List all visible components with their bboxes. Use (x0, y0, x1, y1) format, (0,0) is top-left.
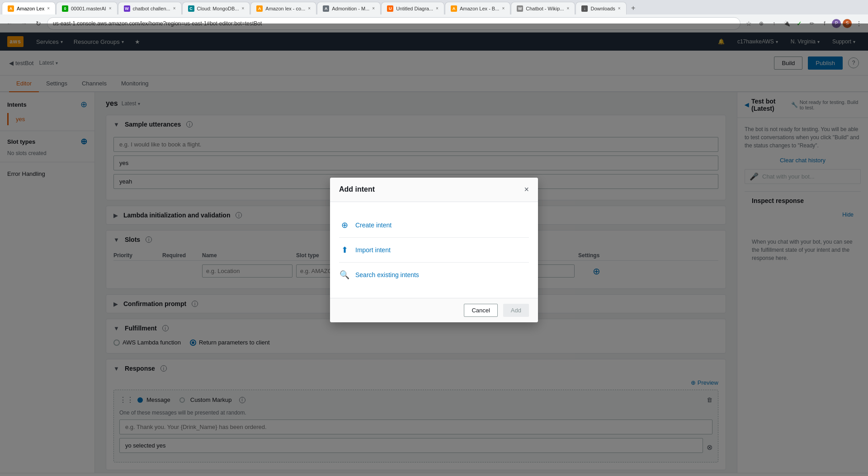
tab-label-6: Admonition - M... (332, 6, 369, 11)
browser-tab-5[interactable]: A Amazon lex - co... × (250, 2, 316, 14)
browser-tab-9[interactable]: W Chatbot - Wikip... × (511, 2, 575, 14)
tab-label-10: Downloads (590, 6, 615, 11)
browser-tab-2[interactable]: 0 00001.masterAI × (56, 2, 118, 14)
add-button[interactable]: Add (503, 304, 529, 317)
create-intent-icon: ⊕ (339, 220, 350, 230)
tab-label-5: Amazon lex - co... (265, 6, 305, 11)
tab-close-6[interactable]: × (372, 6, 375, 11)
new-tab-button[interactable]: + (627, 2, 640, 14)
tab-close-8[interactable]: × (502, 6, 505, 11)
tab-close-5[interactable]: × (308, 6, 311, 11)
tab-favicon-4: C (188, 5, 194, 12)
modal-option-import[interactable]: ⬆ Import intent (339, 238, 529, 263)
tab-favicon-2: 0 (62, 5, 68, 12)
browser-tab-1[interactable]: A Amazon Lex × (2, 2, 56, 14)
tab-close-7[interactable]: × (436, 6, 439, 11)
modal-close-button[interactable]: × (524, 185, 529, 194)
tab-favicon-5: A (256, 5, 263, 12)
tab-favicon-8: A (451, 5, 457, 12)
tab-label-4: Cloud: MongoDB... (197, 6, 239, 11)
modal-dialog: Add intent × ⊕ Create intent ⬆ Import in… (330, 178, 538, 322)
modal-option-search[interactable]: 🔍 Search existing intents (339, 263, 529, 287)
tab-close-9[interactable]: × (567, 6, 570, 11)
browser-tab-6[interactable]: A Admonition - M... × (317, 2, 381, 14)
browser-tab-3[interactable]: W chatbot challen... × (118, 2, 182, 14)
tab-favicon-10: ↓ (581, 5, 588, 12)
tab-label-1: Amazon Lex (17, 6, 44, 11)
cancel-button[interactable]: Cancel (464, 304, 497, 317)
search-intent-icon: 🔍 (339, 270, 350, 280)
browser-tab-10[interactable]: ↓ Downloads × (576, 2, 626, 14)
tab-label-2: 00001.masterAI (71, 6, 106, 11)
tab-favicon-9: W (517, 5, 523, 12)
modal-overlay[interactable]: Add intent × ⊕ Create intent ⬆ Import in… (0, 24, 868, 476)
tab-close-1[interactable]: × (47, 6, 50, 11)
tab-close-4[interactable]: × (241, 6, 244, 11)
tab-favicon-1: A (8, 5, 14, 12)
browser-tab-4[interactable]: C Cloud: MongoDB... × (182, 2, 250, 14)
tab-close-3[interactable]: × (173, 6, 176, 11)
tab-label-8: Amazon Lex - B... (460, 6, 499, 11)
modal-title: Add intent (339, 185, 375, 193)
tab-favicon-3: W (124, 5, 130, 12)
browser-tab-8[interactable]: A Amazon Lex - B... × (445, 2, 510, 14)
browser-tabs-bar: A Amazon Lex × 0 00001.masterAI × W chat… (0, 0, 868, 14)
modal-option-create[interactable]: ⊕ Create intent (339, 213, 529, 238)
browser-tab-7[interactable]: U Untitled Diagra... × (381, 2, 444, 14)
import-intent-icon: ⬆ (339, 245, 350, 255)
modal-footer: Cancel Add (330, 298, 538, 322)
tab-favicon-7: U (387, 5, 393, 12)
tab-label-7: Untitled Diagra... (396, 6, 433, 11)
tab-close-2[interactable]: × (109, 6, 112, 11)
tab-close-10[interactable]: × (618, 6, 621, 11)
tab-favicon-6: A (323, 5, 329, 12)
modal-body: ⊕ Create intent ⬆ Import intent 🔍 Search… (330, 202, 538, 298)
tab-label-9: Chatbot - Wikip... (526, 6, 564, 11)
create-intent-label: Create intent (355, 222, 392, 229)
import-intent-label: Import intent (355, 246, 391, 254)
search-intent-label: Search existing intents (355, 271, 419, 278)
modal-header: Add intent × (330, 178, 538, 202)
tab-label-3: chatbot challen... (133, 6, 170, 11)
